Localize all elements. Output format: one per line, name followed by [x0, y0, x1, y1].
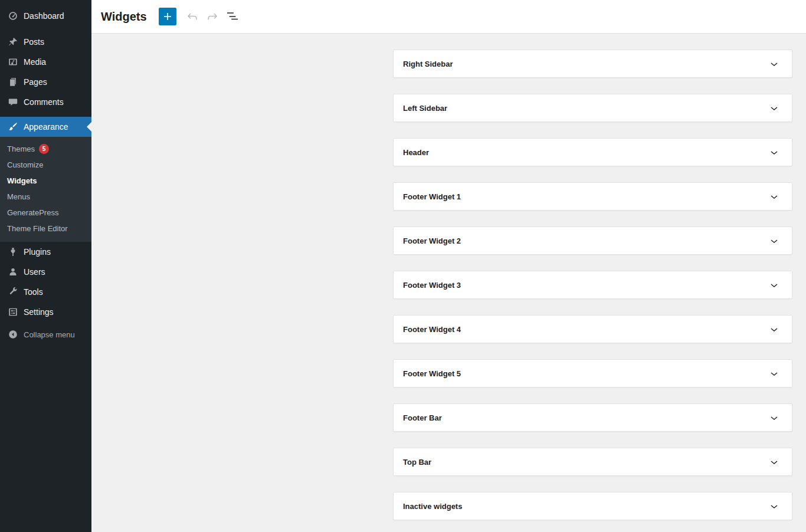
widget-area-title: Inactive widgets	[403, 502, 462, 511]
widget-area-title: Left Sidebar	[403, 104, 447, 113]
active-menu-pointer	[87, 122, 91, 132]
submenu-item-label: GeneratePress	[7, 208, 58, 218]
sidebar-item-label: Dashboard	[24, 11, 64, 21]
sidebar-item-settings[interactable]: Settings	[0, 302, 91, 322]
sidebar-item-label: Users	[24, 267, 45, 277]
submenu-item-label: Themes	[7, 144, 35, 154]
widget-area-header[interactable]: Header	[393, 138, 792, 166]
widget-area-footer-widget-1[interactable]: Footer Widget 1	[393, 182, 792, 211]
widget-area-right-sidebar[interactable]: Right Sidebar	[393, 50, 792, 78]
list-view-icon	[225, 9, 240, 24]
wrench-icon	[7, 286, 19, 298]
collapse-menu-button[interactable]: Collapse menu	[0, 324, 91, 344]
submenu-item-menus[interactable]: Menus	[0, 189, 91, 205]
widget-area-footer-bar[interactable]: Footer Bar	[393, 403, 792, 432]
submenu-item-theme-file-editor[interactable]: Theme File Editor	[0, 221, 91, 237]
redo-icon	[205, 9, 219, 24]
chevron-down-icon	[767, 234, 781, 248]
submenu-item-label: Customize	[7, 160, 43, 170]
sidebar-item-label: Pages	[24, 77, 47, 87]
appearance-submenu: Themes 5 Customize Widgets Menus Generat…	[0, 137, 91, 242]
undo-icon	[185, 9, 199, 24]
submenu-item-label: Widgets	[7, 176, 37, 186]
widget-area-left-sidebar[interactable]: Left Sidebar	[393, 94, 792, 122]
widget-area-footer-widget-3[interactable]: Footer Widget 3	[393, 271, 792, 299]
widget-area-title: Footer Widget 4	[403, 325, 461, 334]
redo-button[interactable]	[202, 6, 222, 27]
menu-separator	[0, 26, 91, 32]
sidebar-item-label: Collapse menu	[24, 330, 75, 339]
submenu-item-generatepress[interactable]: GeneratePress	[0, 205, 91, 221]
admin-sidebar: Dashboard Posts Media Pages Commen	[0, 0, 91, 532]
themes-update-badge: 5	[39, 144, 49, 154]
sidebar-item-label: Tools	[24, 287, 43, 297]
collapse-arrow-icon	[7, 329, 19, 340]
widget-area-title: Footer Bar	[403, 413, 442, 422]
widget-area-title: Footer Widget 1	[403, 192, 461, 201]
submenu-item-label: Menus	[7, 192, 30, 202]
chevron-down-icon	[767, 411, 781, 425]
sidebar-item-label: Appearance	[24, 122, 68, 132]
menu-separator	[0, 112, 91, 117]
sidebar-item-tools[interactable]: Tools	[0, 282, 91, 302]
brush-icon	[7, 121, 19, 133]
sidebar-item-posts[interactable]: Posts	[0, 32, 91, 52]
page-title: Widgets	[101, 11, 147, 22]
sidebar-item-appearance[interactable]: Appearance	[0, 117, 91, 137]
wordpress-admin: Dashboard Posts Media Pages Commen	[0, 0, 806, 532]
sidebar-item-users[interactable]: Users	[0, 262, 91, 282]
widget-area-footer-widget-5[interactable]: Footer Widget 5	[393, 359, 792, 387]
chevron-down-icon	[767, 101, 781, 115]
chevron-down-icon	[767, 57, 781, 71]
widgets-editor-header: Widgets	[91, 0, 806, 34]
widget-area-title: Top Bar	[403, 458, 431, 467]
chevron-down-icon	[767, 366, 781, 380]
comment-icon	[7, 96, 19, 108]
sidebar-item-label: Settings	[24, 307, 54, 317]
sidebar-item-dashboard[interactable]: Dashboard	[0, 6, 91, 26]
submenu-item-widgets[interactable]: Widgets	[0, 173, 91, 189]
add-block-button[interactable]	[159, 8, 176, 25]
chevron-down-icon	[767, 322, 781, 336]
sidebar-item-label: Media	[24, 57, 46, 67]
pages-icon	[7, 76, 19, 88]
widget-area-footer-widget-2[interactable]: Footer Widget 2	[393, 226, 792, 255]
sidebar-item-comments[interactable]: Comments	[0, 92, 91, 112]
submenu-item-themes[interactable]: Themes 5	[0, 141, 91, 157]
submenu-item-label: Theme File Editor	[7, 224, 68, 234]
chevron-down-icon	[767, 499, 781, 513]
user-icon	[7, 266, 19, 278]
widget-area-title: Footer Widget 5	[403, 369, 461, 378]
widget-area-inactive-widgets[interactable]: Inactive widgets	[393, 492, 792, 520]
sliders-icon	[7, 306, 19, 318]
main-area: Widgets Right Sidebar Left	[91, 0, 806, 532]
chevron-down-icon	[767, 189, 781, 203]
submenu-item-customize[interactable]: Customize	[0, 157, 91, 173]
widgets-canvas: Right Sidebar Left Sidebar Header Footer…	[91, 34, 806, 532]
sidebar-item-plugins[interactable]: Plugins	[0, 242, 91, 262]
list-view-button[interactable]	[222, 6, 243, 27]
plus-icon	[160, 9, 175, 24]
chevron-down-icon	[767, 455, 781, 469]
sidebar-item-media[interactable]: Media	[0, 52, 91, 72]
chevron-down-icon	[767, 145, 781, 159]
sidebar-item-label: Plugins	[24, 247, 51, 257]
widget-area-title: Footer Widget 2	[403, 237, 461, 245]
widget-area-title: Right Sidebar	[403, 60, 453, 68]
widget-area-title: Header	[403, 148, 429, 157]
dashboard-icon	[7, 10, 19, 22]
media-icon	[7, 56, 19, 68]
sidebar-item-label: Comments	[24, 97, 64, 107]
chevron-down-icon	[767, 278, 781, 292]
sidebar-item-pages[interactable]: Pages	[0, 72, 91, 92]
plug-icon	[7, 246, 19, 258]
undo-button[interactable]	[182, 6, 202, 27]
sidebar-item-label: Posts	[24, 37, 44, 47]
widget-area-title: Footer Widget 3	[403, 281, 461, 290]
pushpin-icon	[7, 36, 19, 48]
widget-area-footer-widget-4[interactable]: Footer Widget 4	[393, 315, 792, 343]
widget-area-top-bar[interactable]: Top Bar	[393, 448, 792, 476]
widget-areas-list: Right Sidebar Left Sidebar Header Footer…	[393, 50, 792, 532]
